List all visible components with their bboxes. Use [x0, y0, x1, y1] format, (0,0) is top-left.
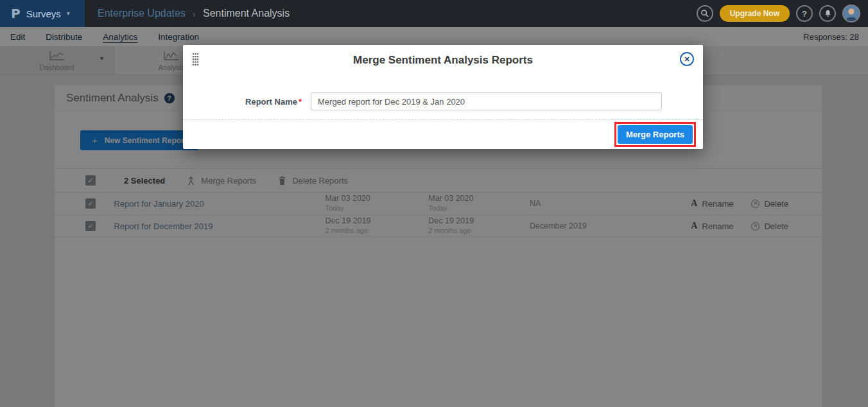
merge-reports-modal: Merge Sentiment Analysis Reports ✕ Repor…	[183, 45, 703, 149]
modal-divider	[183, 119, 703, 120]
drag-handle-icon[interactable]	[192, 53, 199, 69]
bell-icon	[824, 9, 832, 18]
upgrade-now-button[interactable]: Upgrade Now	[720, 5, 790, 22]
search-icon	[700, 9, 709, 18]
close-icon: ✕	[684, 55, 690, 64]
modal-title: Merge Sentiment Analysis Reports	[183, 45, 703, 76]
report-name-label: Report Name*	[183, 97, 302, 107]
product-switcher[interactable]: P Surveys ▾	[0, 0, 85, 27]
breadcrumb-survey-link[interactable]: Enterprise Updates	[98, 8, 186, 19]
breadcrumb: Enterprise Updates › Sentiment Analysis	[98, 8, 290, 19]
chevron-right-icon: ›	[193, 8, 196, 19]
avatar-photo-icon	[844, 6, 859, 21]
notifications-button[interactable]	[819, 5, 836, 22]
report-name-field-row: Report Name*	[183, 92, 703, 110]
questionpro-logo-icon: P	[11, 6, 21, 21]
merge-reports-submit-button[interactable]: Merge Reports	[618, 125, 693, 144]
help-button[interactable]: ?	[796, 5, 813, 22]
topbar-actions: Upgrade Now ?	[697, 4, 868, 22]
required-asterisk: *	[299, 97, 302, 107]
product-switcher-label: Surveys	[26, 8, 61, 19]
modal-close-button[interactable]: ✕	[680, 52, 694, 66]
breadcrumb-current-page: Sentiment Analysis	[203, 8, 290, 19]
search-button[interactable]	[697, 5, 713, 22]
question-icon: ?	[802, 9, 807, 19]
user-avatar[interactable]	[842, 4, 860, 22]
chevron-down-icon: ▾	[67, 10, 70, 17]
report-name-input[interactable]	[311, 92, 662, 110]
top-bar: P Surveys ▾ Enterprise Updates › Sentime…	[0, 0, 868, 27]
modal-header: Merge Sentiment Analysis Reports ✕	[183, 45, 703, 74]
field-label-text: Report Name	[245, 97, 297, 107]
click-annotation-box: Merge Reports	[614, 122, 696, 147]
